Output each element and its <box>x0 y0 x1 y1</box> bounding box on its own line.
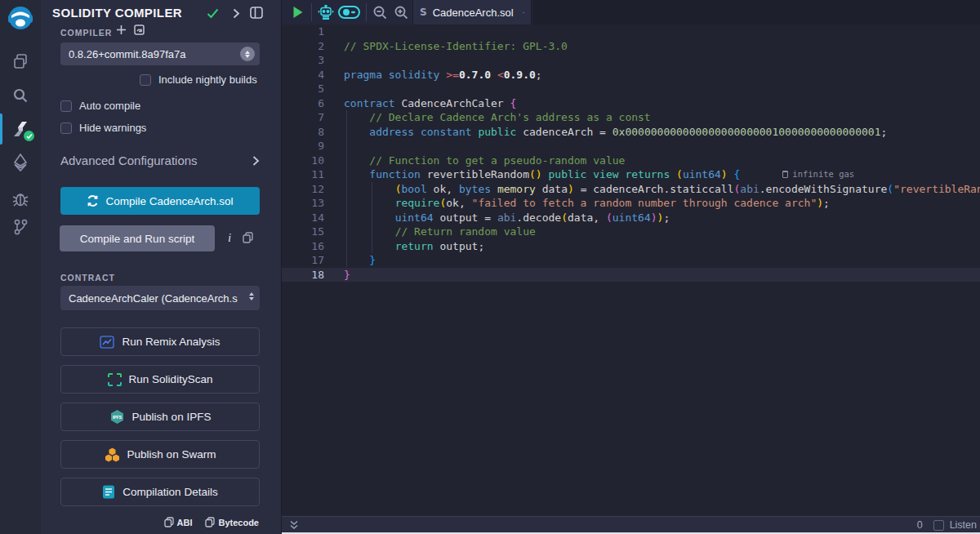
compiled-check-icon <box>207 7 219 22</box>
chevron-right-icon[interactable] <box>233 7 240 22</box>
remix-logo[interactable] <box>0 4 41 32</box>
swarm-hexagons-icon <box>105 447 120 462</box>
editor-region: S CadenceArch.sol 12// SPDX-License-Iden… <box>282 0 980 534</box>
code-line-12[interactable]: 12 (bool ok, bytes memory data) = cadenc… <box>282 182 980 197</box>
listen-label: Listen <box>950 519 977 531</box>
line-number: 1 <box>282 24 338 39</box>
publish-ipfs-label: Publish on IPFS <box>132 411 212 423</box>
line-number: 10 <box>282 154 338 168</box>
compile-success-badge <box>24 131 34 141</box>
code-line-11[interactable]: 11 function revertibleRandom() public vi… <box>282 167 980 182</box>
git-icon[interactable] <box>0 213 41 241</box>
listen-checkbox[interactable] <box>933 520 944 531</box>
run-remix-analysis-button[interactable]: Run Remix Analysis <box>60 327 260 356</box>
code-line-15[interactable]: 15 // Return random value <box>282 225 980 239</box>
copy-abi-button[interactable]: ABI <box>164 517 193 527</box>
code-line-2[interactable]: 2// SPDX-License-Identifier: GPL-3.0 <box>282 39 980 54</box>
line-number: 11 <box>282 167 338 182</box>
version-select-arrows-icon <box>240 47 255 61</box>
code-lines: 12// SPDX-License-Identifier: GPL-3.034p… <box>282 24 980 282</box>
bytecode-label: Bytecode <box>218 518 259 527</box>
publish-ipfs-button[interactable]: IPFS Publish on IPFS <box>60 403 260 431</box>
compile-button-label: Compile CadenceArch.sol <box>105 195 233 207</box>
solidity-compiler-icon[interactable] <box>0 115 41 143</box>
code-line-14[interactable]: 14 uint64 output = abi.decode(data, (uin… <box>282 211 980 225</box>
search-icon[interactable] <box>0 82 41 109</box>
double-chevron-down-icon[interactable] <box>286 517 302 533</box>
compile-button[interactable]: Compile CadenceArch.sol <box>60 187 260 215</box>
code-line-8[interactable]: 8 address constant public cadenceArch = … <box>282 125 980 140</box>
zoom-out-icon[interactable] <box>369 0 390 24</box>
line-number: 18 <box>282 268 338 283</box>
icon-rail <box>0 0 41 534</box>
run-solidityscan-label: Run SolidityScan <box>129 373 213 385</box>
svg-text:IPFS: IPFS <box>113 415 122 420</box>
code-line-18[interactable]: 18} <box>282 268 980 283</box>
line-number: 9 <box>282 139 338 154</box>
advanced-configurations-toggle[interactable]: Advanced Configurations <box>60 154 260 167</box>
code-editor[interactable]: 12// SPDX-License-Identifier: GPL-3.034p… <box>282 24 980 516</box>
compiler-version-select[interactable]: 0.8.26+commit.8a97fa7a <box>60 42 260 65</box>
line-number: 12 <box>282 182 338 197</box>
editor-toolbar: S CadenceArch.sol <box>282 0 980 24</box>
ai-copilot-toggle[interactable] <box>336 0 362 24</box>
publish-swarm-button[interactable]: Publish on Swarm <box>60 440 260 469</box>
zoom-in-icon[interactable] <box>390 0 412 24</box>
auto-compile-checkbox[interactable] <box>60 100 72 112</box>
terminal-bar: 0 Listen <box>282 516 980 532</box>
compiler-section-label: COMPILER <box>60 28 112 38</box>
include-nightly-checkbox[interactable] <box>140 74 151 86</box>
line-number: 4 <box>282 68 338 82</box>
code-line-1[interactable]: 1 <box>282 24 980 39</box>
copy-icon <box>205 517 215 527</box>
code-line-7[interactable]: 7 // Declare Cadence Arch's address as a… <box>282 110 980 125</box>
listen-count: 0 <box>917 519 923 531</box>
run-script-play-icon[interactable] <box>288 0 308 24</box>
line-number: 3 <box>282 53 338 68</box>
solidity-compiler-panel: SOLIDITY COMPILER COMPILER 0.8.26+commit… <box>41 0 282 534</box>
debugger-icon[interactable] <box>0 185 41 212</box>
close-icon[interactable] <box>523 8 524 17</box>
contract-select[interactable]: CadenceArchCaler (CadenceArch.s <box>60 286 260 310</box>
code-line-6[interactable]: 6contract CadenceArchCaler { <box>282 96 980 111</box>
deploy-run-icon[interactable] <box>0 149 41 176</box>
document-icon <box>102 485 115 499</box>
chart-icon <box>100 336 114 349</box>
code-line-9[interactable]: 9 <box>282 139 980 154</box>
code-line-16[interactable]: 16 return output; <box>282 239 980 254</box>
hide-warnings-label: Hide warnings <box>79 122 146 134</box>
line-number: 6 <box>282 96 338 111</box>
panel-footer: ABI Bytecode <box>164 517 259 527</box>
compile-and-run-button[interactable]: Compile and Run script <box>60 225 215 251</box>
code-line-5[interactable]: 5 <box>282 82 980 96</box>
compiler-version-value: 0.8.26+commit.8a97fa7a <box>69 48 185 60</box>
code-line-3[interactable]: 3 <box>282 53 980 68</box>
copy-icon[interactable] <box>243 232 253 247</box>
line-number: 7 <box>282 110 338 125</box>
line-number: 13 <box>282 196 338 211</box>
line-number: 2 <box>282 39 338 54</box>
line-number: 15 <box>282 225 338 239</box>
open-file-compiler-icon[interactable] <box>133 24 145 39</box>
copy-bytecode-button[interactable]: Bytecode <box>205 517 259 527</box>
file-explorer-icon[interactable] <box>0 47 41 75</box>
add-compiler-icon[interactable] <box>116 24 127 38</box>
run-solidityscan-button[interactable]: Run SolidityScan <box>60 365 260 394</box>
code-line-10[interactable]: 10 // Function to get a pseudo-random va… <box>282 154 980 168</box>
scan-icon <box>108 373 122 386</box>
hide-warnings-checkbox[interactable] <box>60 122 72 134</box>
contract-select-arrows-icon <box>249 292 254 300</box>
line-number: 5 <box>282 82 338 96</box>
compilation-details-button[interactable]: Compilation Details <box>60 478 260 506</box>
active-plugin-indicator <box>0 113 2 145</box>
ipfs-hexagon-icon: IPFS <box>109 409 125 425</box>
gas-estimate-lens: infinite gas <box>782 167 854 182</box>
info-icon[interactable]: i <box>228 231 231 245</box>
chevron-right-icon <box>252 155 260 167</box>
ai-robot-icon[interactable] <box>315 0 336 24</box>
code-line-13[interactable]: 13 require(ok, "failed to fetch a random… <box>282 196 980 211</box>
code-line-4[interactable]: 4pragma solidity >=0.7.0 <0.9.0; <box>282 68 980 82</box>
tab-cadencearch-sol[interactable]: S CadenceArch.sol <box>412 0 532 24</box>
code-line-17[interactable]: 17 } <box>282 253 980 268</box>
split-panel-icon[interactable] <box>250 7 263 22</box>
